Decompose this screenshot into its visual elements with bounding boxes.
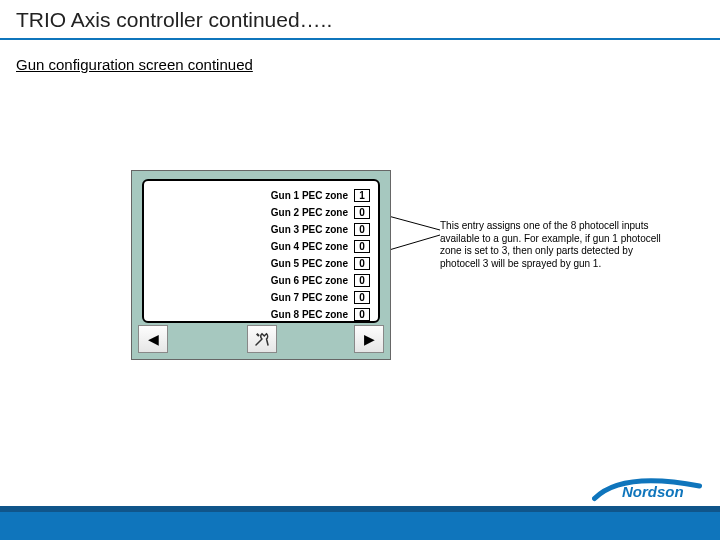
arrow-right-icon: ▶ — [364, 331, 375, 347]
slide: TRIO Axis controller continued….. Gun co… — [0, 0, 720, 540]
slide-subtitle: Gun configuration screen continued — [16, 56, 253, 73]
nav-next-button[interactable]: ▶ — [354, 325, 384, 353]
pec-value-input[interactable]: 0 — [354, 223, 370, 236]
pec-value-input[interactable]: 1 — [354, 189, 370, 202]
title-divider — [0, 38, 720, 40]
slide-title: TRIO Axis controller continued….. — [16, 8, 332, 32]
nav-tools-button[interactable] — [247, 325, 277, 353]
pec-value-input[interactable]: 0 — [354, 308, 370, 321]
pec-label: Gun 2 PEC zone — [271, 207, 348, 218]
pec-label: Gun 7 PEC zone — [271, 292, 348, 303]
pec-value-input[interactable]: 0 — [354, 206, 370, 219]
pec-row-2: Gun 2 PEC zone 0 — [152, 204, 370, 220]
pec-row-4: Gun 4 PEC zone 0 — [152, 238, 370, 254]
annotation-text: This entry assigns one of the 8 photocel… — [440, 220, 670, 270]
pec-label: Gun 6 PEC zone — [271, 275, 348, 286]
arrow-left-icon: ◀ — [148, 331, 159, 347]
tools-icon — [253, 330, 271, 348]
pec-row-7: Gun 7 PEC zone 0 — [152, 289, 370, 305]
pec-row-8: Gun 8 PEC zone 0 — [152, 306, 370, 322]
logo-text: Nordson — [622, 483, 684, 500]
pec-row-1: Gun 1 PEC zone 1 — [152, 187, 370, 203]
hmi-list-box: Gun 1 PEC zone 1 Gun 2 PEC zone 0 Gun 3 … — [142, 179, 380, 323]
pec-value-input[interactable]: 0 — [354, 274, 370, 287]
pec-row-3: Gun 3 PEC zone 0 — [152, 221, 370, 237]
pec-value-input[interactable]: 0 — [354, 257, 370, 270]
pec-row-5: Gun 5 PEC zone 0 — [152, 255, 370, 271]
nordson-logo: Nordson — [592, 476, 702, 506]
hmi-screen-panel: Gun 1 PEC zone 1 Gun 2 PEC zone 0 Gun 3 … — [131, 170, 391, 360]
pec-row-6: Gun 6 PEC zone 0 — [152, 272, 370, 288]
pec-label: Gun 5 PEC zone — [271, 258, 348, 269]
pec-label: Gun 3 PEC zone — [271, 224, 348, 235]
pec-label: Gun 4 PEC zone — [271, 241, 348, 252]
pec-value-input[interactable]: 0 — [354, 240, 370, 253]
pec-label: Gun 8 PEC zone — [271, 309, 348, 320]
pec-value-input[interactable]: 0 — [354, 291, 370, 304]
footer-bar — [0, 512, 720, 540]
nav-prev-button[interactable]: ◀ — [138, 325, 168, 353]
pec-label: Gun 1 PEC zone — [271, 190, 348, 201]
